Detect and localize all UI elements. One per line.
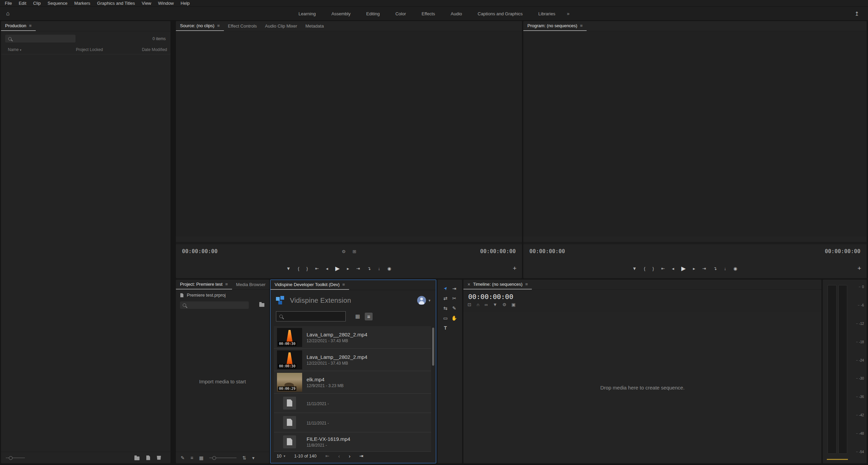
drag-handle-icon[interactable]: ⊞: [353, 249, 356, 254]
scrollbar-thumb[interactable]: [432, 328, 434, 366]
menu-item[interactable]: Graphics and Titles: [94, 1, 138, 6]
project-search-input[interactable]: [189, 303, 246, 308]
rectangle-tool[interactable]: ▭: [443, 315, 447, 321]
captions-icon[interactable]: ▣: [511, 302, 515, 307]
panel-menu-icon[interactable]: ≡: [217, 23, 220, 28]
new-item-icon[interactable]: [146, 455, 150, 460]
step-forward-button[interactable]: ▸: [347, 266, 349, 271]
nest-toggle-icon[interactable]: ⊡: [468, 302, 471, 307]
media-list-item[interactable]: 00:00:29 elk.mp4 12/9/2021 - 3.23 MB: [274, 371, 431, 394]
panel-menu-icon[interactable]: ≡: [525, 282, 528, 287]
media-list-item[interactable]: FILE-VX-1619.mp4 11/8/2021 -: [274, 432, 431, 452]
new-bin-icon[interactable]: [134, 456, 140, 460]
monitor-tab[interactable]: Audio Clip Mixer: [261, 21, 301, 31]
tab-vidispine[interactable]: Vidispine Developer Toolkit (Dev) ≡: [271, 280, 349, 290]
menu-item[interactable]: Edit: [15, 1, 30, 6]
tab-program[interactable]: Program: (no sequences) ≡: [523, 21, 587, 31]
view-options-icon[interactable]: ▾: [252, 455, 255, 461]
add-marker-button[interactable]: ▼: [286, 266, 291, 271]
insert-button[interactable]: ↴: [713, 266, 717, 271]
panel-menu-icon[interactable]: ≡: [342, 282, 345, 287]
track-select-forward-tool[interactable]: ⇥: [452, 286, 456, 291]
workspace-tab[interactable]: Learning: [298, 11, 316, 16]
project-tab[interactable]: Media Browser: [232, 280, 269, 289]
workspace-tab[interactable]: Color: [395, 11, 406, 16]
play-button[interactable]: ▶: [681, 265, 686, 272]
icon-view-icon[interactable]: ▦: [199, 455, 203, 461]
export-frame-button[interactable]: ◉: [387, 266, 391, 271]
overwrite-button[interactable]: ↓: [724, 266, 726, 271]
list-view-icon[interactable]: ≡: [191, 455, 193, 461]
page-size-select[interactable]: 10 ▾: [277, 453, 285, 459]
workspace-tab[interactable]: Assembly: [331, 11, 350, 16]
chevron-down-icon[interactable]: ▾: [428, 298, 430, 303]
tab-timeline[interactable]: × Timeline: (no sequences) ≡: [463, 280, 532, 289]
user-avatar[interactable]: [417, 296, 426, 305]
linked-selection-icon[interactable]: ∞: [485, 302, 488, 307]
column-date-modified[interactable]: Date Modified: [142, 47, 167, 52]
step-back-button[interactable]: ◂: [326, 266, 328, 271]
timeline-settings-icon[interactable]: ⚙: [502, 302, 506, 307]
go-to-out-button[interactable]: ⇥: [702, 266, 706, 271]
next-page-button[interactable]: ›: [349, 453, 350, 459]
new-search-bin-icon[interactable]: [259, 303, 264, 307]
workspace-tab[interactable]: Libraries: [538, 11, 555, 16]
column-project-locked[interactable]: Project Locked: [76, 47, 103, 52]
production-search-input[interactable]: [14, 36, 72, 41]
mark-in-button[interactable]: {: [644, 266, 645, 271]
last-page-button[interactable]: ⇥: [359, 453, 363, 459]
go-to-in-button[interactable]: ⇤: [661, 266, 665, 271]
monitor-tab[interactable]: Source: (no clips) ≡: [176, 21, 224, 31]
timeline-drop-zone[interactable]: Drop media here to create sequence.: [463, 312, 821, 463]
button-editor-plus[interactable]: +: [513, 265, 517, 272]
menu-item[interactable]: File: [1, 1, 15, 6]
settings-gear-icon[interactable]: ⚙: [342, 249, 346, 254]
media-list-item[interactable]: 00:00:30 Lava_Lamp__2802_2.mp4 12/22/202…: [274, 326, 431, 349]
grid-view-icon[interactable]: ▦: [355, 313, 360, 319]
mark-in-button[interactable]: {: [298, 266, 299, 271]
ripple-edit-tool[interactable]: ⇄: [443, 296, 447, 301]
project-tab[interactable]: Project: Premiere test ≡: [176, 280, 232, 289]
type-tool[interactable]: T: [444, 325, 447, 331]
monitor-tab[interactable]: Metadata: [301, 21, 328, 31]
media-list-item[interactable]: 11/11/2021 -: [274, 394, 431, 413]
add-marker-icon[interactable]: ▼: [493, 302, 497, 307]
menu-item[interactable]: Window: [155, 1, 177, 6]
go-to-out-button[interactable]: ⇥: [356, 266, 360, 271]
insert-button[interactable]: ↴: [367, 266, 371, 271]
button-editor-plus[interactable]: +: [857, 265, 861, 272]
media-list-item[interactable]: 11/11/2021 -: [274, 413, 431, 432]
workspace-overflow-icon[interactable]: »: [567, 11, 570, 16]
column-name[interactable]: Name ▾: [8, 47, 21, 52]
slip-tool[interactable]: ⇆: [443, 305, 447, 311]
panel-menu-icon[interactable]: ≡: [29, 23, 32, 28]
home-icon[interactable]: ⌂: [6, 10, 10, 17]
close-icon[interactable]: ×: [468, 282, 470, 287]
thumbnail-zoom-slider[interactable]: [209, 458, 236, 458]
menu-item[interactable]: View: [138, 1, 155, 6]
workspace-tab[interactable]: Effects: [422, 11, 435, 16]
hand-tool[interactable]: ✋: [451, 315, 457, 321]
snap-icon[interactable]: ∩: [476, 302, 479, 307]
workspace-tab[interactable]: Audio: [451, 11, 462, 16]
user-menu[interactable]: ▾: [417, 296, 430, 305]
project-writable-icon[interactable]: ✎: [181, 455, 185, 461]
delete-icon[interactable]: [157, 456, 161, 460]
step-back-button[interactable]: ◂: [672, 266, 674, 271]
menu-item[interactable]: Sequence: [44, 1, 71, 6]
mark-out-button[interactable]: }: [653, 266, 654, 271]
go-to-in-button[interactable]: ⇤: [315, 266, 319, 271]
mark-out-button[interactable]: }: [307, 266, 308, 271]
prev-page-button[interactable]: ‹: [338, 453, 340, 459]
project-breadcrumb[interactable]: Premiere test.prproj: [180, 293, 226, 298]
program-seekbar[interactable]: [523, 242, 867, 244]
media-search-input[interactable]: [285, 314, 342, 319]
export-frame-button[interactable]: ◉: [733, 266, 737, 271]
zoom-slider[interactable]: [6, 458, 25, 458]
source-seekbar[interactable]: [176, 242, 522, 244]
list-view-icon[interactable]: ≡: [365, 313, 373, 320]
menu-item[interactable]: Help: [177, 1, 193, 6]
media-list-item[interactable]: 00:00:30 Lava_Lamp__2802_2.mp4 12/22/202…: [274, 349, 431, 371]
panel-menu-icon[interactable]: ≡: [225, 282, 228, 287]
export-share-icon[interactable]: ↥: [855, 11, 859, 17]
